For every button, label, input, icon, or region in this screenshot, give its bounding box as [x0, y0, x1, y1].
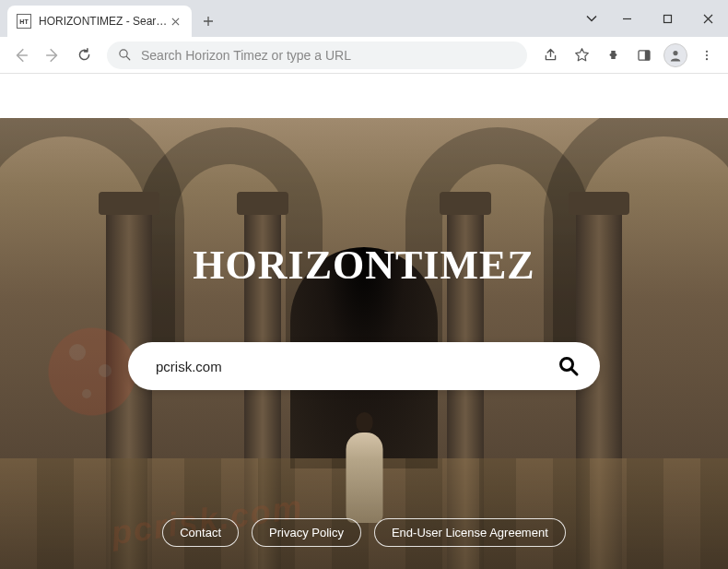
window-controls [577, 0, 728, 37]
privacy-policy-link[interactable]: Privacy Policy [252, 518, 361, 547]
star-icon [574, 47, 590, 63]
panel-icon [637, 48, 652, 63]
svg-point-4 [673, 51, 677, 55]
svg-point-1 [120, 50, 127, 57]
svg-point-6 [706, 53, 708, 55]
footer-links: Contact Privacy Policy End-User License … [0, 518, 728, 547]
search-icon [558, 355, 580, 377]
page-header-whitespace [0, 74, 728, 118]
search-bar[interactable] [128, 342, 600, 390]
contact-link[interactable]: Contact [162, 518, 239, 547]
tab-search-button[interactable] [577, 15, 606, 22]
bookmark-button[interactable] [568, 41, 595, 69]
brand-title: HORIZONTIMEZ [193, 242, 534, 289]
browser-toolbar: Search Horizon Timez or type a URL [0, 37, 728, 74]
browser-tab[interactable]: HT HORIZONTIMEZ - Search With U [7, 6, 192, 37]
address-bar[interactable]: Search Horizon Timez or type a URL [107, 41, 527, 69]
sidepanel-button[interactable] [630, 41, 658, 69]
reload-icon [76, 47, 92, 63]
minimize-button[interactable] [606, 5, 647, 32]
profile-button[interactable] [662, 41, 689, 69]
maximize-icon [663, 14, 673, 24]
hero-content: HORIZONTIMEZ [0, 118, 728, 569]
close-window-button[interactable] [687, 5, 728, 32]
avatar-icon [663, 43, 687, 67]
tab-title: HORIZONTIMEZ - Search With U [39, 15, 168, 28]
minimize-icon [622, 14, 632, 24]
page-content: HORIZONTIMEZ pcrisk.com Contact Privacy … [0, 74, 728, 569]
hero-background: HORIZONTIMEZ pcrisk.com Contact Privacy … [0, 118, 728, 569]
close-icon [171, 18, 180, 26]
svg-point-7 [706, 58, 708, 60]
chevron-down-icon [586, 15, 597, 22]
search-button[interactable] [558, 355, 580, 377]
new-tab-button[interactable] [195, 8, 221, 34]
kebab-icon [700, 49, 713, 62]
plus-icon [203, 16, 214, 27]
close-icon [703, 14, 713, 24]
tab-close-button[interactable] [168, 14, 182, 29]
svg-rect-0 [663, 15, 671, 22]
back-button[interactable] [7, 41, 35, 69]
arrow-right-icon [44, 47, 61, 64]
search-icon [118, 48, 132, 62]
tab-favicon: HT [17, 14, 31, 29]
reload-button[interactable] [70, 41, 98, 69]
address-bar-placeholder: Search Horizon Timez or type a URL [141, 48, 351, 63]
search-input[interactable] [156, 359, 558, 374]
puzzle-icon [606, 48, 620, 62]
svg-point-5 [706, 50, 708, 52]
svg-rect-3 [645, 50, 650, 59]
extensions-button[interactable] [599, 41, 627, 69]
share-icon [543, 47, 558, 63]
browser-titlebar: HT HORIZONTIMEZ - Search With U [0, 0, 728, 37]
menu-button[interactable] [693, 41, 721, 69]
arrow-left-icon [13, 47, 29, 64]
maximize-button[interactable] [647, 5, 687, 32]
share-button[interactable] [536, 41, 564, 69]
forward-button[interactable] [39, 41, 66, 69]
eula-link[interactable]: End-User License Agreement [374, 518, 566, 547]
